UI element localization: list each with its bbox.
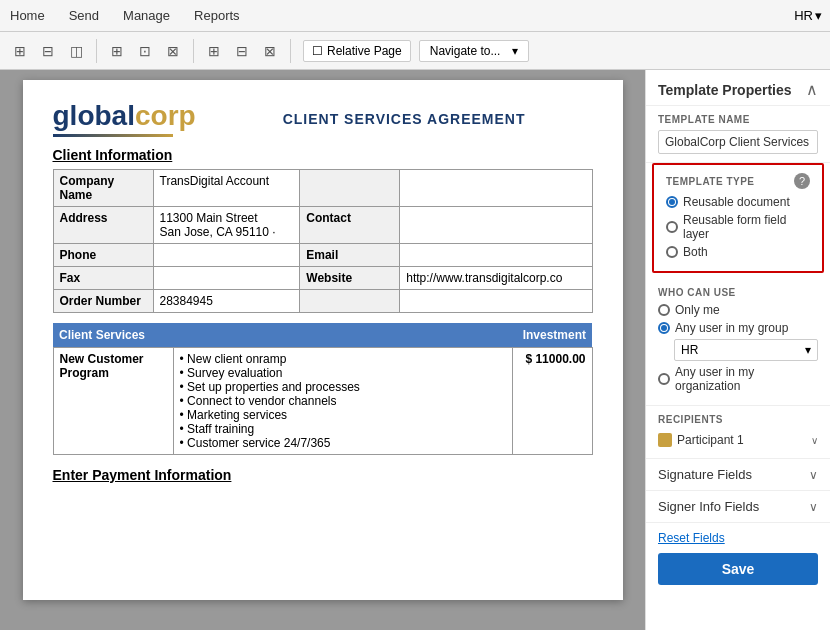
toolbar-icon-9[interactable]: ⊠ xyxy=(258,39,282,63)
radio-circle-my-group xyxy=(658,322,670,334)
navigate-dropdown[interactable]: Navigate to... ▾ xyxy=(419,40,529,62)
who-option-only-me[interactable]: Only me xyxy=(658,303,818,317)
radio-reusable-doc[interactable]: Reusable document xyxy=(666,195,810,209)
field-value xyxy=(153,267,300,290)
template-name-section: TEMPLATE NAME xyxy=(646,106,830,163)
who-option-my-group[interactable]: Any user in my group xyxy=(658,321,818,335)
radio-label-my-group: Any user in my group xyxy=(675,321,788,335)
template-name-input[interactable] xyxy=(658,130,818,154)
table-header-row: Client Services Investment xyxy=(53,323,592,348)
menu-item-reports[interactable]: Reports xyxy=(192,4,242,27)
list-item: Staff training xyxy=(180,422,506,436)
user-dropdown-arrow: ▾ xyxy=(815,8,822,23)
recipient-left: Participant 1 xyxy=(658,433,744,447)
radio-circle-both xyxy=(666,246,678,258)
col-header-investment: Investment xyxy=(512,323,592,348)
field-value xyxy=(400,290,592,313)
user-label: HR xyxy=(794,8,813,23)
table-row: Phone Email xyxy=(53,244,592,267)
template-type-label: TEMPLATE TYPE xyxy=(666,176,755,187)
who-can-use-label: WHO CAN USE xyxy=(658,287,818,298)
signer-info-fields-section[interactable]: Signer Info Fields ∨ xyxy=(646,491,830,523)
radio-label-form-field: Reusable form field layer xyxy=(683,213,810,241)
participant-color-swatch xyxy=(658,433,672,447)
toolbar-icon-7[interactable]: ⊞ xyxy=(202,39,226,63)
relative-page-button[interactable]: ☐ Relative Page xyxy=(303,40,411,62)
menu-bar: Home Send Manage Reports HR ▾ xyxy=(0,0,830,32)
radio-form-field[interactable]: Reusable form field layer xyxy=(666,213,810,241)
field-value: 11300 Main StreetSan Jose, CA 95110 · xyxy=(153,207,300,244)
field-label: Company Name xyxy=(53,170,153,207)
list-item: Customer service 24/7/365 xyxy=(180,436,506,450)
toolbar-icon-3[interactable]: ◫ xyxy=(64,39,88,63)
recipients-label: RECIPIENTS xyxy=(658,414,818,425)
signature-fields-section[interactable]: Signature Fields ∨ xyxy=(646,459,830,491)
field-value xyxy=(153,244,300,267)
relative-page-label: Relative Page xyxy=(327,44,402,58)
list-item: Set up properties and processes xyxy=(180,380,506,394)
radio-circle-reusable-doc xyxy=(666,196,678,208)
menu-item-manage[interactable]: Manage xyxy=(121,4,172,27)
document-page: globalcorp CLIENT SERVICES AGREEMENT Cli… xyxy=(23,80,623,600)
checkbox-icon: ☐ xyxy=(312,44,323,58)
field-value xyxy=(400,244,592,267)
participant-chevron: ∨ xyxy=(811,435,818,446)
doc-header: globalcorp CLIENT SERVICES AGREEMENT xyxy=(53,100,593,137)
reset-fields-link[interactable]: Reset Fields xyxy=(658,531,818,545)
logo-global-part: global xyxy=(53,100,135,131)
radio-label-org: Any user in my organization xyxy=(675,365,818,393)
document-area[interactable]: globalcorp CLIENT SERVICES AGREEMENT Cli… xyxy=(0,70,645,630)
save-button[interactable]: Save xyxy=(658,553,818,585)
logo-corp-part: corp xyxy=(135,100,196,131)
service-name: New CustomerProgram xyxy=(53,348,173,455)
toolbar-icon-1[interactable]: ⊞ xyxy=(8,39,32,63)
radio-label-reusable-doc: Reusable document xyxy=(683,195,790,209)
table-row: Order Number 28384945 xyxy=(53,290,592,313)
list-item: Connect to vendor channels xyxy=(180,394,506,408)
menu-item-send[interactable]: Send xyxy=(67,4,101,27)
service-price: $ 11000.00 xyxy=(512,348,592,455)
field-label xyxy=(300,290,400,313)
radio-both[interactable]: Both xyxy=(666,245,810,259)
col-header-desc xyxy=(173,323,512,348)
doc-title-area: CLIENT SERVICES AGREEMENT xyxy=(216,111,593,127)
panel-collapse-icon[interactable]: ∧ xyxy=(806,80,818,99)
navigate-arrow: ▾ xyxy=(512,44,518,58)
group-dropdown[interactable]: HR ▾ xyxy=(674,339,818,361)
radio-circle-org xyxy=(658,373,670,385)
help-icon[interactable]: ? xyxy=(794,173,810,189)
col-header-service: Client Services xyxy=(53,323,173,348)
logo: globalcorp xyxy=(53,100,196,137)
field-label: Address xyxy=(53,207,153,244)
signer-info-arrow: ∨ xyxy=(809,500,818,514)
menu-item-home[interactable]: Home xyxy=(8,4,47,27)
recipients-section: RECIPIENTS Participant 1 ∨ xyxy=(646,406,830,459)
field-label xyxy=(300,170,400,207)
list-item: Marketing services xyxy=(180,408,506,422)
toolbar-icon-5[interactable]: ⊡ xyxy=(133,39,157,63)
menu-items: Home Send Manage Reports xyxy=(8,4,242,27)
template-type-header: TEMPLATE TYPE ? xyxy=(666,173,810,189)
toolbar-icon-8[interactable]: ⊟ xyxy=(230,39,254,63)
logo-text: globalcorp xyxy=(53,100,196,132)
recipient-row[interactable]: Participant 1 ∨ xyxy=(658,430,818,450)
toolbar-icon-4[interactable]: ⊞ xyxy=(105,39,129,63)
main-layout: globalcorp CLIENT SERVICES AGREEMENT Cli… xyxy=(0,70,830,630)
table-row: Address 11300 Main StreetSan Jose, CA 95… xyxy=(53,207,592,244)
navigate-label: Navigate to... xyxy=(430,44,501,58)
radio-circle-form-field xyxy=(666,221,678,233)
user-menu[interactable]: HR ▾ xyxy=(794,8,822,23)
field-value: 28384945 xyxy=(153,290,300,313)
template-name-label: TEMPLATE NAME xyxy=(658,114,818,125)
radio-label-both: Both xyxy=(683,245,708,259)
list-item: New client onramp xyxy=(180,352,506,366)
toolbar-icon-2[interactable]: ⊟ xyxy=(36,39,60,63)
field-value xyxy=(400,170,592,207)
toolbar-sep-2 xyxy=(193,39,194,63)
service-items: New client onramp Survey evaluation Set … xyxy=(173,348,512,455)
doc-title: CLIENT SERVICES AGREEMENT xyxy=(216,111,593,127)
participant-name: Participant 1 xyxy=(677,433,744,447)
service-list: New client onramp Survey evaluation Set … xyxy=(180,352,506,450)
who-option-org[interactable]: Any user in my organization xyxy=(658,365,818,393)
toolbar-icon-6[interactable]: ⊠ xyxy=(161,39,185,63)
